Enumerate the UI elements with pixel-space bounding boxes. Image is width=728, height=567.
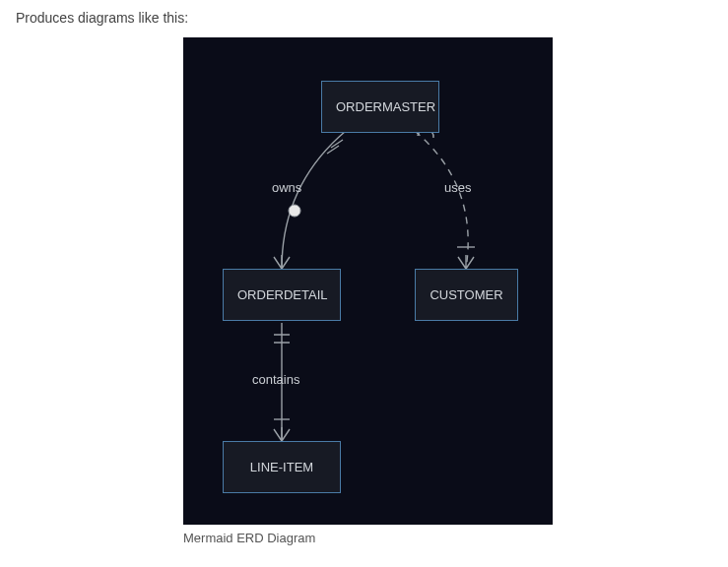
erd-diagram: ORDERMASTER ORDERDETAIL CUSTOMER LINE-IT… (183, 37, 553, 525)
svg-point-0 (289, 205, 300, 217)
relationship-label-uses: uses (444, 180, 471, 195)
relationship-label-contains: contains (252, 372, 299, 387)
entity-ordermaster: ORDERMASTER (321, 81, 439, 133)
entity-orderdetail: ORDERDETAIL (223, 269, 341, 321)
entity-customer: CUSTOMER (415, 269, 518, 321)
relationship-label-owns: owns (272, 180, 301, 195)
diagram-container: ORDERMASTER ORDERDETAIL CUSTOMER LINE-IT… (183, 37, 553, 545)
entity-lineitem: LINE-ITEM (223, 441, 341, 493)
figure-caption: Mermaid ERD Diagram (183, 531, 553, 545)
intro-text: Produces diagrams like this: (16, 10, 712, 26)
